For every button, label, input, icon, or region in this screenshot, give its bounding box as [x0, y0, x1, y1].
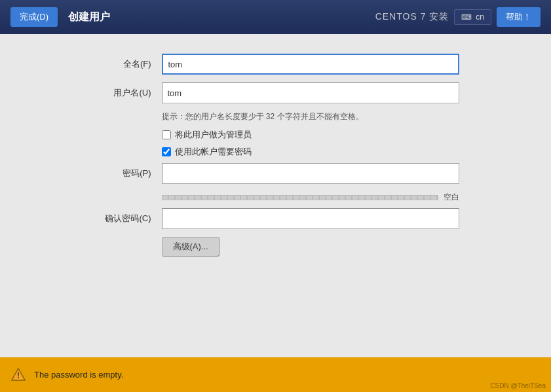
strength-fill: [162, 196, 438, 200]
svg-text:!: !: [17, 371, 20, 380]
strength-bar: [162, 195, 438, 200]
admin-checkbox-label[interactable]: 将此用户做为管理员: [162, 129, 252, 141]
admin-checkbox[interactable]: [162, 130, 171, 139]
header-left: 完成(D) 创建用户: [10, 7, 110, 27]
warning-bar: ! The password is empty. CSDN @TheiTSea: [0, 357, 551, 392]
password-label: 密码(P): [92, 168, 151, 179]
advanced-row: 高级(A)...: [92, 237, 459, 257]
full-name-input[interactable]: [162, 54, 459, 75]
done-button[interactable]: 完成(D): [10, 7, 58, 27]
warning-icon: !: [10, 367, 26, 383]
password-required-checkbox[interactable]: [162, 147, 171, 156]
password-required-row: 使用此帐户需要密码: [92, 146, 459, 158]
help-button[interactable]: 帮助！: [497, 7, 541, 27]
main-content: 全名(F) 用户名(U) 提示：您的用户名长度要少于 32 个字符并且不能有空格…: [0, 34, 551, 357]
warning-text: The password is empty.: [34, 370, 123, 380]
page-title: 创建用户: [68, 10, 110, 24]
watermark: CSDN @TheiTSea: [490, 382, 546, 389]
confirm-label: 确认密码(C): [92, 213, 151, 224]
form-container: 全名(F) 用户名(U) 提示：您的用户名长度要少于 32 个字符并且不能有空格…: [92, 54, 459, 257]
header: 完成(D) 创建用户 CENTOS 7 安装 ⌨ cn 帮助！: [0, 0, 551, 34]
keyboard-icon: ⌨: [461, 13, 472, 22]
strength-row: 空白: [92, 192, 459, 203]
admin-label-text: 将此用户做为管理员: [175, 129, 252, 141]
admin-checkbox-row: 将此用户做为管理员: [92, 129, 459, 141]
password-required-text: 使用此帐户需要密码: [175, 146, 252, 158]
password-input[interactable]: [162, 163, 459, 184]
hint-text: 提示：您的用户名长度要少于 32 个字符并且不能有空格。: [162, 111, 364, 122]
lang-label: cn: [476, 12, 484, 22]
username-input[interactable]: [162, 82, 459, 103]
language-button[interactable]: ⌨ cn: [454, 9, 491, 25]
advanced-button[interactable]: 高级(A)...: [162, 237, 219, 257]
username-label: 用户名(U): [92, 87, 151, 99]
centos-title: CENTOS 7 安装: [375, 11, 449, 23]
confirm-password-input[interactable]: [162, 208, 459, 229]
hint-row: 提示：您的用户名长度要少于 32 个字符并且不能有空格。: [92, 111, 459, 122]
confirm-password-row: 确认密码(C): [92, 208, 459, 229]
header-right: CENTOS 7 安装 ⌨ cn 帮助！: [375, 7, 541, 27]
full-name-row: 全名(F): [92, 54, 459, 75]
password-row: 密码(P): [92, 163, 459, 184]
full-name-label: 全名(F): [92, 58, 151, 70]
username-row: 用户名(U): [92, 82, 459, 103]
strength-label: 空白: [444, 192, 459, 203]
password-required-label[interactable]: 使用此帐户需要密码: [162, 146, 252, 158]
